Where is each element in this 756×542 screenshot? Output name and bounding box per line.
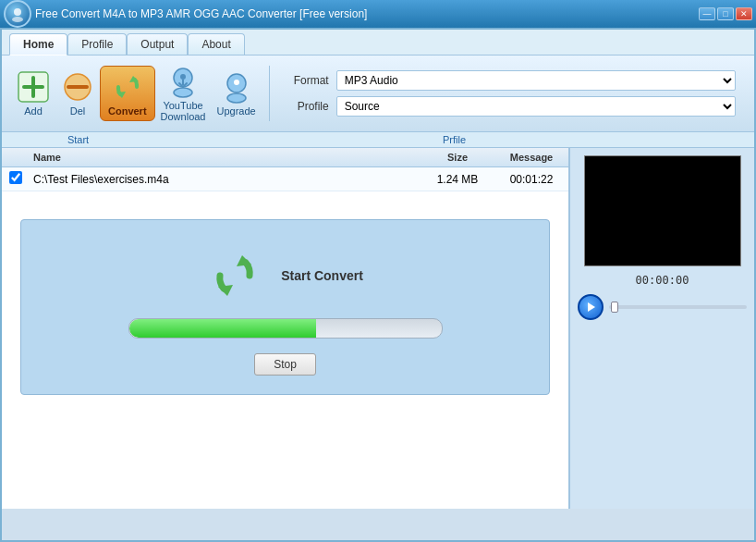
svg-marker-20 <box>588 302 595 312</box>
col-message-header: Message <box>494 148 568 166</box>
svg-point-11 <box>180 74 186 80</box>
app-icon <box>4 0 31 28</box>
maximize-button[interactable]: □ <box>717 7 734 20</box>
upgrade-icon <box>220 70 253 104</box>
upgrade-label: Upgrade <box>216 105 255 117</box>
toolbar-divider <box>269 66 270 121</box>
toolbar: Add Del Convert <box>2 55 754 132</box>
file-table-header: Name Size Message <box>2 148 568 167</box>
profile-row: Profile Source Standard High Quality <box>287 96 736 117</box>
convert-icon <box>111 70 144 104</box>
convert-header: Start Convert <box>207 248 363 303</box>
time-display: 00:00:00 <box>636 274 689 287</box>
col-size-header: Size <box>421 148 494 166</box>
svg-marker-8 <box>116 92 126 98</box>
tab-output[interactable]: Output <box>127 33 188 55</box>
tab-home[interactable]: Home <box>9 33 67 55</box>
youtube-label: YouTubeDownload <box>161 100 206 122</box>
svg-marker-19 <box>218 285 233 296</box>
close-button[interactable]: ✕ <box>736 7 752 20</box>
svg-point-1 <box>12 17 23 22</box>
convert-label: Convert <box>108 105 147 117</box>
add-button[interactable]: Add <box>11 67 55 120</box>
youtube-icon <box>166 65 200 98</box>
main-window: Home Profile Output About Add <box>0 28 756 542</box>
convert-dialog: Start Convert Stop <box>20 219 550 395</box>
section-labels: Start Prfile <box>2 132 754 148</box>
upgrade-button[interactable]: Upgrade <box>211 67 261 120</box>
play-button[interactable] <box>578 294 604 320</box>
convert-arrows-icon <box>207 248 262 303</box>
minimize-button[interactable]: — <box>699 7 715 20</box>
convert-dialog-wrapper: Start Convert Stop <box>2 201 568 413</box>
svg-point-16 <box>227 93 246 103</box>
content-area: Name Size Message C:\Test Files\exercise… <box>2 148 754 509</box>
format-profile-section: Format MP3 Audio AAC Audio OGG Audio AMR… <box>277 67 745 120</box>
window-controls: — □ ✕ <box>699 7 752 20</box>
file-message: 00:01:22 <box>494 169 568 190</box>
start-section-label: Start <box>2 132 154 147</box>
svg-marker-18 <box>237 255 251 266</box>
svg-point-10 <box>174 88 192 97</box>
svg-point-0 <box>14 8 21 16</box>
menu-bar: Home Profile Output About <box>2 30 754 55</box>
profile-select[interactable]: Source Standard High Quality <box>336 96 736 117</box>
file-panel: Name Size Message C:\Test Files\exercise… <box>2 148 569 509</box>
format-label: Format <box>287 74 329 87</box>
file-checked[interactable] <box>9 171 22 184</box>
col-name-header: Name <box>30 148 421 166</box>
convert-button[interactable]: Convert <box>100 66 155 121</box>
window-title: Free Convert M4A to MP3 AMR OGG AAC Conv… <box>35 7 367 20</box>
title-bar-left: Free Convert M4A to MP3 AMR OGG AAC Conv… <box>4 0 367 28</box>
tab-about[interactable]: About <box>188 33 244 55</box>
seek-thumb <box>611 302 618 313</box>
progress-bar <box>128 318 443 339</box>
del-button[interactable]: Del <box>55 67 100 120</box>
title-bar: Free Convert M4A to MP3 AMR OGG AAC Conv… <box>0 0 756 28</box>
preview-panel: 00:00:00 <box>569 148 754 509</box>
del-icon <box>61 70 94 104</box>
table-row: C:\Test Files\exercises.m4a 1.24 MB 00:0… <box>2 167 568 191</box>
svg-point-17 <box>234 80 239 85</box>
add-label: Add <box>24 105 43 117</box>
del-label: Del <box>70 105 86 117</box>
svg-marker-7 <box>129 76 139 82</box>
tab-profile[interactable]: Profile <box>67 33 127 55</box>
add-icon <box>17 70 50 104</box>
format-select[interactable]: MP3 Audio AAC Audio OGG Audio AMR Audio <box>336 70 736 91</box>
profile-field-label: Profile <box>287 100 329 113</box>
file-checkbox[interactable] <box>2 167 30 191</box>
player-controls <box>578 294 747 320</box>
progress-fill <box>129 319 317 338</box>
col-check-header <box>2 148 30 166</box>
stop-button[interactable]: Stop <box>254 353 316 376</box>
format-row: Format MP3 Audio AAC Audio OGG Audio AMR… <box>287 70 736 91</box>
youtube-download-button[interactable]: YouTubeDownload <box>155 61 212 126</box>
video-preview <box>584 155 741 266</box>
seek-bar[interactable] <box>609 305 747 309</box>
file-size: 1.24 MB <box>421 169 494 190</box>
convert-title: Start Convert <box>281 268 363 283</box>
file-name: C:\Test Files\exercises.m4a <box>30 169 421 190</box>
profile-section-label: Prfile <box>154 132 754 147</box>
